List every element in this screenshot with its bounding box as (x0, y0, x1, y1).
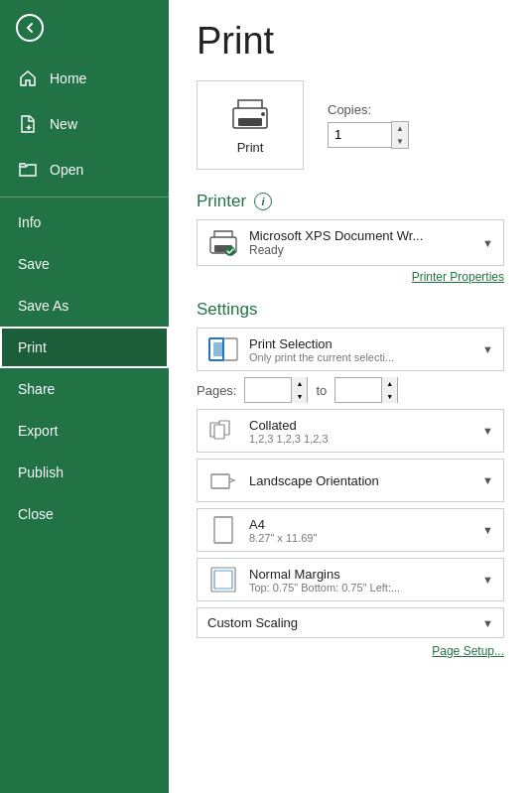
setting-print-selection-info: Print Selection Only print the current s… (249, 336, 472, 363)
setting-collated[interactable]: Collated 1,2,3 1,2,3 1,2,3 ▼ (197, 409, 504, 453)
sidebar-item-print-label: Print (18, 339, 47, 355)
sidebar-item-new-label: New (50, 116, 77, 132)
setting-collated-info: Collated 1,2,3 1,2,3 1,2,3 (249, 418, 472, 445)
pages-to-input[interactable] (335, 378, 381, 402)
pages-to-input-box: ▲ ▼ (334, 377, 398, 403)
margins-icon (207, 566, 239, 594)
sidebar-navigation: Home New Open (0, 56, 169, 793)
pages-from-input[interactable] (245, 378, 291, 402)
svg-rect-20 (214, 571, 232, 589)
new-icon (18, 114, 38, 134)
printer-select-icon (207, 229, 239, 257)
setting-paper-size-info: A4 8.27" x 11.69" (249, 517, 472, 544)
sidebar-item-print[interactable]: Print (0, 327, 169, 368)
collated-arrow: ▼ (482, 425, 493, 437)
copies-spinner-buttons: ▲ ▼ (391, 121, 409, 149)
sidebar-item-new[interactable]: New (0, 101, 169, 147)
printer-status: Ready (249, 243, 472, 257)
setting-collated-main: Collated (249, 418, 472, 433)
copies-input[interactable] (328, 122, 391, 148)
sidebar-item-info[interactable]: Info (0, 201, 169, 243)
setting-scaling[interactable]: Custom Scaling ▼ (197, 607, 504, 638)
printer-name: Microsoft XPS Document Wr... (249, 228, 472, 243)
setting-print-selection[interactable]: Print Selection Only print the current s… (197, 328, 504, 371)
page-title: Print (197, 20, 504, 63)
setting-margins[interactable]: Normal Margins Top: 0.75" Bottom: 0.75" … (197, 558, 504, 601)
setting-paper-size-sub: 8.27" x 11.69" (249, 532, 472, 544)
svg-rect-3 (238, 118, 262, 126)
sidebar-item-publish[interactable]: Publish (0, 452, 169, 493)
sidebar-item-save-as-label: Save As (18, 298, 68, 314)
sidebar-item-export-label: Export (18, 423, 58, 439)
setting-print-selection-sub: Only print the current selecti... (249, 351, 472, 363)
setting-scaling-main: Custom Scaling (207, 615, 472, 630)
scaling-arrow: ▼ (482, 617, 493, 629)
orientation-arrow: ▼ (482, 474, 493, 486)
pages-label: Pages: (197, 383, 236, 398)
printer-section-header: Printer i (197, 192, 504, 211)
sidebar-item-publish-label: Publish (18, 464, 64, 480)
open-icon (18, 160, 38, 180)
setting-paper-size[interactable]: A4 8.27" x 11.69" ▼ (197, 508, 504, 552)
main-content: Print Print Copies: ▲ ▼ Prin (169, 0, 532, 793)
copies-area: Copies: ▲ ▼ (328, 102, 409, 149)
setting-orientation[interactable]: Landscape Orientation ▼ (197, 459, 504, 502)
pages-to-label: to (316, 383, 327, 398)
setting-margins-info: Normal Margins Top: 0.75" Bottom: 0.75" … (249, 567, 472, 594)
printer-info: Microsoft XPS Document Wr... Ready (249, 228, 472, 257)
svg-rect-18 (214, 517, 232, 543)
print-button[interactable]: Print (197, 80, 304, 170)
setting-scaling-info: Custom Scaling (207, 615, 472, 630)
sidebar-item-open[interactable]: Open (0, 147, 169, 193)
svg-rect-17 (211, 474, 229, 488)
print-selection-arrow: ▼ (482, 343, 493, 355)
sidebar-item-home[interactable]: Home (0, 56, 169, 101)
printer-selector[interactable]: Microsoft XPS Document Wr... Ready ▼ (197, 219, 504, 266)
settings-section-header: Settings (197, 300, 504, 320)
printer-properties-link[interactable]: Printer Properties (197, 270, 504, 284)
copies-increment-button[interactable]: ▲ (392, 122, 408, 135)
back-button[interactable] (0, 0, 169, 56)
margins-arrow: ▼ (482, 574, 493, 586)
setting-margins-main: Normal Margins (249, 567, 472, 582)
page-setup-link[interactable]: Page Setup... (197, 644, 504, 658)
printer-info-icon[interactable]: i (254, 193, 272, 210)
printer-icon-large (227, 96, 273, 132)
paper-icon (207, 516, 239, 544)
sidebar-item-save-as[interactable]: Save As (0, 285, 169, 327)
sidebar-item-save-label: Save (18, 256, 50, 272)
sidebar-item-share-label: Share (18, 381, 55, 397)
pages-from-increment[interactable]: ▲ (292, 377, 307, 390)
print-area: Print Copies: ▲ ▼ (197, 80, 504, 170)
setting-orientation-info: Landscape Orientation (249, 473, 472, 488)
sidebar-item-share[interactable]: Share (0, 368, 169, 410)
collated-icon (207, 417, 239, 445)
landscape-icon (207, 466, 239, 494)
print-selection-icon (207, 335, 239, 363)
pages-to-increment[interactable]: ▲ (382, 377, 397, 390)
setting-paper-size-main: A4 (249, 517, 472, 532)
printer-section-label: Printer (197, 192, 246, 211)
sidebar-item-close-label: Close (18, 506, 54, 522)
printer-dropdown-arrow: ▼ (482, 237, 493, 249)
setting-print-selection-main: Print Selection (249, 336, 472, 351)
pages-row: Pages: ▲ ▼ to ▲ ▼ (197, 377, 504, 403)
back-icon (16, 14, 44, 42)
sidebar: Home New Open (0, 0, 169, 793)
sidebar-item-open-label: Open (50, 162, 83, 178)
pages-from-decrement[interactable]: ▼ (292, 390, 307, 403)
sidebar-item-home-label: Home (50, 70, 86, 86)
svg-rect-16 (214, 425, 224, 439)
sidebar-item-save[interactable]: Save (0, 243, 169, 285)
svg-point-4 (261, 112, 265, 116)
pages-to-decrement[interactable]: ▼ (382, 390, 397, 403)
sidebar-item-export[interactable]: Export (0, 410, 169, 452)
settings-section-label: Settings (197, 300, 257, 320)
home-icon (18, 68, 38, 88)
setting-orientation-main: Landscape Orientation (249, 473, 472, 488)
svg-rect-9 (213, 342, 223, 356)
copies-decrement-button[interactable]: ▼ (392, 135, 408, 148)
sidebar-item-close[interactable]: Close (0, 493, 169, 535)
setting-margins-sub: Top: 0.75" Bottom: 0.75" Left:... (249, 582, 472, 594)
pages-to-spinner: ▲ ▼ (381, 377, 397, 403)
